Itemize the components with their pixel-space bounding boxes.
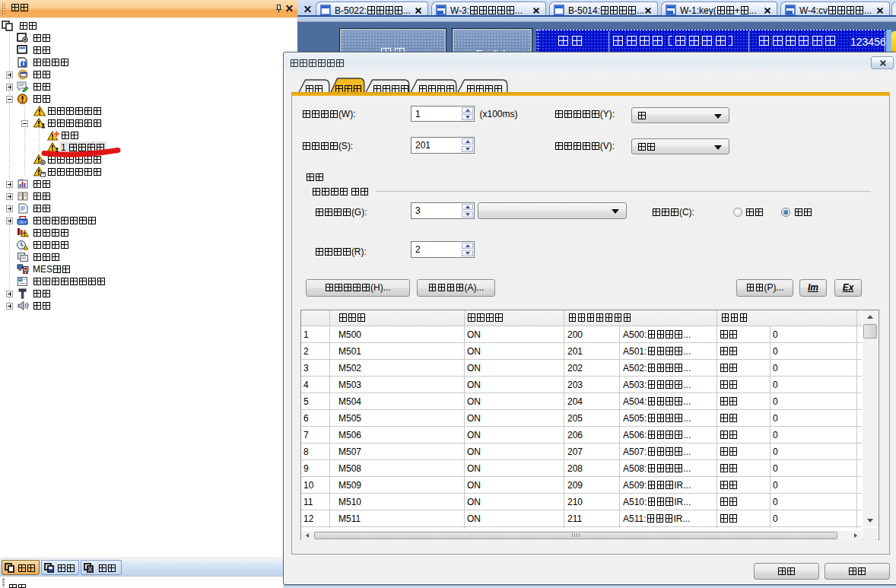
svg-text:DEV: DEV — [18, 220, 27, 224]
